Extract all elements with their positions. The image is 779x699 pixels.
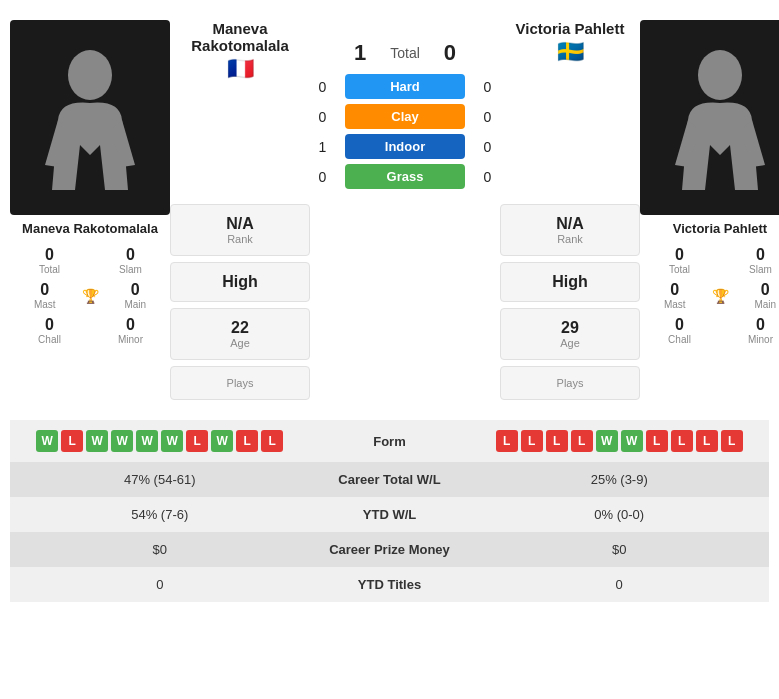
stats-row-0: 47% (54-61) Career Total W/L 25% (3-9): [10, 462, 769, 497]
stats-left-3: 0: [10, 567, 310, 602]
left-player-silhouette: [40, 45, 140, 215]
stats-right-2: $0: [469, 532, 769, 567]
left-name-flag: Maneva Rakotomalala 🇫🇷: [170, 20, 310, 82]
stats-left-2: $0: [10, 532, 310, 567]
stats-table-body: WLWWWWLWLL Form LLLLWWLLLL 47% (54-61) C…: [10, 420, 769, 602]
left-main-label: Main: [124, 299, 146, 310]
form-row: WLWWWWLWLL Form LLLLWWLLLL: [10, 420, 769, 462]
grass-button[interactable]: Grass: [345, 164, 465, 189]
stats-boxes-row: N/A Rank High 22 Age Plays: [170, 204, 640, 400]
right-stats-boxes: N/A Rank High 29 Age Plays: [500, 204, 640, 400]
center-spacer: [335, 204, 475, 400]
form-badge-l: L: [261, 430, 283, 452]
left-form-cell: WLWWWWLWLL: [10, 420, 310, 462]
left-player-area: Maneva Rakotomalala 0 Total 0 Slam 0 Mas…: [10, 20, 170, 347]
stats-label-2: Career Prize Money: [310, 532, 470, 567]
form-badge-l: L: [186, 430, 208, 452]
right-age-value: 29: [513, 319, 627, 337]
form-badge-l: L: [646, 430, 668, 452]
right-rank-value: N/A: [513, 215, 627, 233]
right-mast-cell: 0 Mast: [640, 279, 710, 312]
left-total-cell: 0 Total: [10, 244, 89, 277]
right-mast-main-row: 0 Mast 🏆 0 Main: [640, 279, 779, 312]
form-badge-l: L: [521, 430, 543, 452]
svg-point-1: [698, 50, 742, 100]
left-total-value: 0: [45, 246, 54, 264]
form-badge-l: L: [236, 430, 258, 452]
form-badge-w: W: [136, 430, 158, 452]
left-form-badges: WLWWWWLWLL: [22, 430, 298, 452]
right-chall-minor-row: 0 Chall 0 Minor: [640, 314, 779, 347]
svg-point-0: [68, 50, 112, 100]
indoor-left-score: 1: [310, 139, 335, 155]
indoor-row: 1 Indoor 0: [310, 134, 500, 159]
right-age-label: Age: [513, 337, 627, 349]
total-left-score: 1: [345, 40, 375, 66]
right-rank-box: N/A Rank: [500, 204, 640, 256]
name-flag-row: Maneva Rakotomalala 🇫🇷 1 Total 0 0 Hard …: [170, 20, 640, 194]
stats-label-3: YTD Titles: [310, 567, 470, 602]
right-player-name-center: Victoria Pahlett: [516, 20, 625, 37]
stats-row-2: $0 Career Prize Money $0: [10, 532, 769, 567]
right-chall-cell: 0 Chall: [640, 314, 719, 347]
form-badge-w: W: [111, 430, 133, 452]
right-age-box: 29 Age: [500, 308, 640, 360]
right-high-box: High: [500, 262, 640, 302]
stats-left-0: 47% (54-61): [10, 462, 310, 497]
stats-right-0: 25% (3-9): [469, 462, 769, 497]
right-player-name: Victoria Pahlett: [673, 221, 767, 236]
right-high-label: High: [513, 273, 627, 291]
left-trophy-icon: 🏆: [82, 288, 99, 304]
form-badge-l: L: [721, 430, 743, 452]
stats-table: WLWWWWLWLL Form LLLLWWLLLL 47% (54-61) C…: [10, 420, 769, 602]
left-mast-main-row: 0 Mast 🏆 0 Main: [10, 279, 170, 312]
form-label: Form: [310, 420, 470, 462]
right-plays-box: Plays: [500, 366, 640, 400]
clay-right-score: 0: [475, 109, 500, 125]
form-badge-w: W: [36, 430, 58, 452]
left-mast-value: 0: [40, 281, 49, 299]
left-rank-box: N/A Rank: [170, 204, 310, 256]
left-plays-box: Plays: [170, 366, 310, 400]
grass-right-score: 0: [475, 169, 500, 185]
right-plays-label: Plays: [513, 377, 627, 389]
stats-left-1: 54% (7-6): [10, 497, 310, 532]
left-flag: 🇫🇷: [227, 56, 254, 82]
left-mast-label: Mast: [34, 299, 56, 310]
form-badge-l: L: [671, 430, 693, 452]
left-high-label: High: [183, 273, 297, 291]
clay-row: 0 Clay 0: [310, 104, 500, 129]
hard-row: 0 Hard 0: [310, 74, 500, 99]
stats-label-0: Career Total W/L: [310, 462, 470, 497]
hard-button[interactable]: Hard: [345, 74, 465, 99]
right-rank-label: Rank: [513, 233, 627, 245]
right-total-value: 0: [675, 246, 684, 264]
form-badge-l: L: [496, 430, 518, 452]
right-minor-label: Minor: [748, 334, 773, 345]
right-minor-value: 0: [756, 316, 765, 334]
left-main-cell: 0 Main: [101, 279, 171, 312]
stats-label-1: YTD W/L: [310, 497, 470, 532]
left-minor-value: 0: [126, 316, 135, 334]
left-chall-value: 0: [45, 316, 54, 334]
left-slam-cell: 0 Slam: [91, 244, 170, 277]
left-rank-label: Rank: [183, 233, 297, 245]
indoor-button[interactable]: Indoor: [345, 134, 465, 159]
right-mast-value: 0: [670, 281, 679, 299]
right-slam-label: Slam: [749, 264, 772, 275]
clay-button[interactable]: Clay: [345, 104, 465, 129]
clay-left-score: 0: [310, 109, 335, 125]
left-age-box: 22 Age: [170, 308, 310, 360]
left-age-value: 22: [183, 319, 297, 337]
stats-right-1: 0% (0-0): [469, 497, 769, 532]
left-player-name-center: Maneva Rakotomalala: [170, 20, 310, 54]
left-player-name: Maneva Rakotomalala: [22, 221, 158, 236]
left-high-box: High: [170, 262, 310, 302]
right-main-cell: 0 Main: [731, 279, 780, 312]
right-trophy-icon: 🏆: [712, 288, 729, 304]
left-chall-cell: 0 Chall: [10, 314, 89, 347]
indoor-right-score: 0: [475, 139, 500, 155]
form-badge-w: W: [86, 430, 108, 452]
grass-row: 0 Grass 0: [310, 164, 500, 189]
stats-row-3: 0 YTD Titles 0: [10, 567, 769, 602]
